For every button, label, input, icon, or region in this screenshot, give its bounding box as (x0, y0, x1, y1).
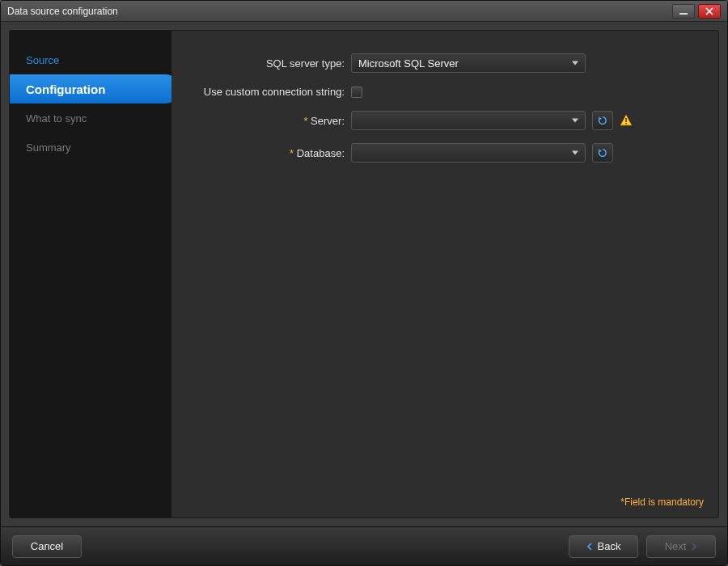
minimize-button[interactable] (672, 4, 695, 19)
refresh-server-button[interactable] (592, 111, 613, 130)
warn-icon (620, 114, 633, 127)
back-button[interactable]: Back (569, 535, 638, 558)
server-label: * Server: (181, 115, 351, 127)
database-label: * Database: (181, 147, 351, 159)
svg-rect-0 (625, 118, 627, 122)
sql-type-label: SQL server type: (181, 57, 351, 70)
chevron-down-icon (572, 119, 578, 123)
dialog-window: Data source configuration Source Configu… (0, 0, 728, 566)
sql-type-dropdown[interactable]: Microsoft SQL Server (351, 53, 586, 73)
window-title: Data source configuration (7, 6, 118, 17)
refresh-icon (597, 115, 608, 126)
close-button[interactable] (698, 4, 721, 19)
titlebar: Data source configuration (1, 1, 727, 22)
sql-type-value: Microsoft SQL Server (358, 57, 459, 70)
mandatory-note: *Field is mandatory (620, 496, 704, 508)
row-server: * Server: (181, 111, 709, 130)
svg-rect-1 (625, 123, 627, 125)
sidebar-item-source[interactable]: Source (10, 45, 171, 74)
required-marker: * (303, 115, 307, 127)
chevron-right-icon (691, 543, 697, 550)
server-dropdown[interactable] (351, 111, 586, 130)
sidebar-item-label: Summary (26, 142, 71, 154)
sidebar-item-configuration[interactable]: Configuration (10, 74, 180, 103)
sidebar-item-label: Source (26, 54, 59, 66)
required-marker: * (290, 147, 294, 159)
row-database: * Database: (181, 143, 709, 163)
custom-conn-checkbox[interactable] (351, 87, 362, 98)
chevron-left-icon (586, 543, 593, 550)
dialog-body: Source Configuration What to sync Summar… (9, 30, 719, 518)
sidebar-item-summary[interactable]: Summary (10, 133, 171, 162)
cancel-button[interactable]: Cancel (12, 535, 82, 558)
row-custom-conn: Use custom connection string: (181, 86, 709, 98)
chevron-down-icon (572, 61, 578, 65)
row-sql-type: SQL server type: Microsoft SQL Server (181, 53, 709, 73)
form-content: SQL server type: Microsoft SQL Server Us… (171, 31, 718, 517)
wizard-sidebar: Source Configuration What to sync Summar… (10, 31, 171, 517)
sidebar-item-what-to-sync[interactable]: What to sync (10, 103, 171, 133)
database-dropdown[interactable] (351, 143, 586, 163)
sidebar-item-label: Configuration (26, 82, 105, 96)
custom-conn-label: Use custom connection string: (181, 86, 351, 98)
next-button[interactable]: Next (646, 535, 716, 558)
refresh-icon (597, 147, 608, 158)
chevron-down-icon (572, 151, 578, 155)
sidebar-item-label: What to sync (26, 112, 87, 125)
refresh-database-button[interactable] (592, 143, 613, 163)
footer: Cancel Back Next (1, 526, 727, 565)
